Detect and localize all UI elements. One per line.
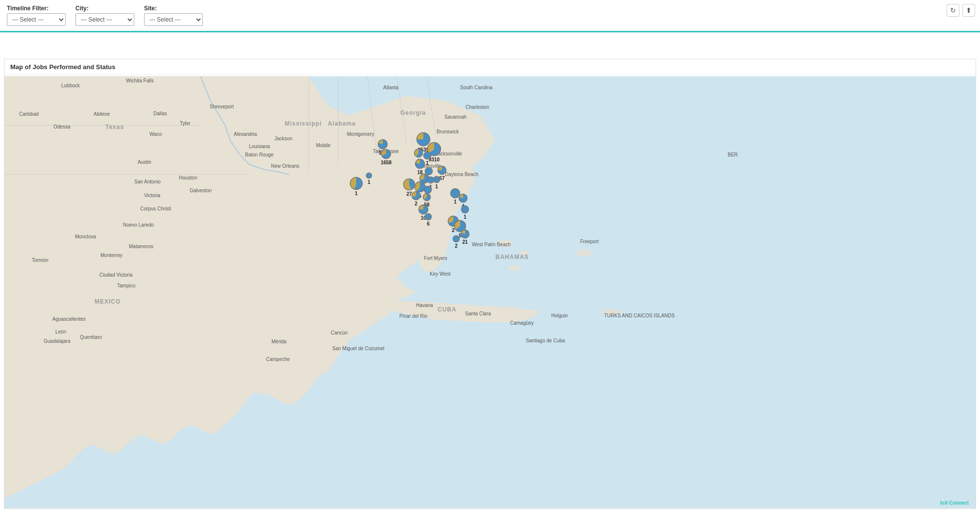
marker-label-m8: 1: [426, 160, 429, 166]
timeline-filter-label: Timeline Filter:: [7, 5, 66, 12]
map-marker-m24[interactable]: 1: [461, 205, 469, 220]
marker-label-m1: 1: [355, 191, 358, 196]
map-marker-m9[interactable]: 18: [415, 158, 425, 175]
map-marker-m14[interactable]: 1: [433, 176, 441, 189]
marker-label-m27: 21: [462, 239, 467, 245]
marker-label-m18: 2: [415, 201, 417, 206]
site-filter-label: Site:: [144, 5, 203, 12]
marker-label-m28: 2: [455, 243, 458, 249]
map-title: Map of Jobs Performed and Status: [4, 59, 976, 75]
timeline-filter-select[interactable]: --- Select ---: [7, 13, 66, 26]
marker-label-m23: 6: [427, 221, 430, 227]
marker-label-m20: 1: [454, 199, 457, 205]
map-section: Map of Jobs Performed and Status: [4, 59, 976, 509]
footer-brand: IoX·Connect: [940, 500, 969, 506]
site-filter-group: Site: --- Select ---: [144, 5, 203, 26]
map-marker-m28[interactable]: 2: [452, 235, 460, 249]
timeline-filter-group: Timeline Filter: --- Select ---: [7, 5, 66, 26]
map-marker-m27[interactable]: 21: [460, 229, 470, 245]
marker-label-m4: 1658: [381, 160, 392, 165]
map-canvas[interactable]: LubbockWichita FallsDallasTylerShrevepor…: [4, 76, 976, 509]
map-marker-m23[interactable]: 6: [424, 213, 432, 227]
marker-label-m14: 1: [435, 184, 438, 189]
city-filter-label: City:: [75, 5, 134, 12]
marker-label-m2: 1: [368, 180, 370, 185]
share-button[interactable]: ⬆: [962, 4, 975, 17]
map-marker-m4[interactable]: 1658: [381, 149, 392, 165]
city-filter-select[interactable]: --- Select ---: [75, 13, 134, 26]
map-marker-m1[interactable]: 1: [349, 177, 363, 196]
marker-label-m24: 1: [464, 214, 466, 220]
refresh-button[interactable]: ↻: [947, 4, 959, 17]
map-marker-m2[interactable]: 1: [366, 172, 372, 185]
city-filter-group: City: --- Select ---: [75, 5, 134, 26]
site-filter-select[interactable]: --- Select ---: [144, 13, 203, 26]
